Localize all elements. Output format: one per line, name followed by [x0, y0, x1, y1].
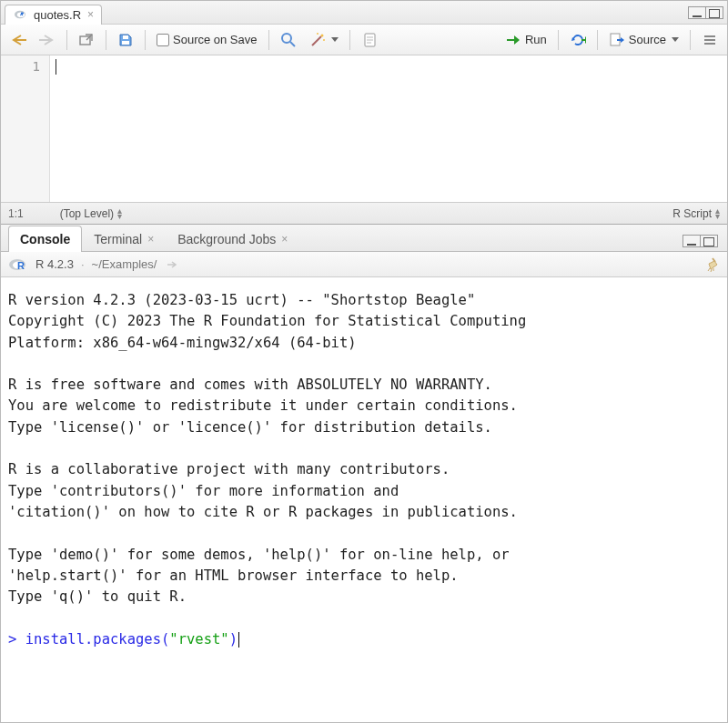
pane-window-controls: [689, 6, 727, 19]
arrow-left-icon: [10, 32, 26, 48]
run-arrow-icon: [505, 32, 521, 48]
source-label: Source: [629, 33, 666, 46]
tab-console-label: Console: [20, 232, 70, 246]
filetype-label: R Script: [672, 207, 712, 220]
console-pane: Console Terminal × Background Jobs × R R: [1, 225, 727, 722]
source-on-save-label: Source on Save: [173, 33, 258, 46]
cursor-position: 1:1: [8, 207, 24, 220]
source-tabstrip: quotes.R ×: [1, 1, 727, 25]
svg-text:R: R: [17, 260, 25, 271]
prompt-char: >: [8, 631, 16, 648]
save-button[interactable]: [114, 29, 137, 51]
outline-icon: [702, 32, 718, 48]
checkbox-icon: [157, 34, 169, 46]
svg-rect-4: [122, 41, 129, 45]
close-icon[interactable]: ×: [86, 8, 94, 21]
arrow-right-icon: [39, 32, 56, 48]
console-window-controls: [683, 235, 722, 247]
gutter-line-number: 1: [1, 59, 40, 74]
source-doc-icon: [609, 32, 625, 48]
source-pane: quotes.R ×: [1, 1, 727, 225]
console-tabstrip: Console Terminal × Background Jobs ×: [1, 225, 727, 252]
text-cursor: [238, 632, 239, 648]
tab-bgjobs-label: Background Jobs: [177, 232, 276, 246]
console-banner: R version 4.2.3 (2023-03-15 ucrt) -- "Sh…: [8, 292, 526, 605]
close-icon[interactable]: ×: [147, 233, 154, 246]
code-body[interactable]: [50, 55, 727, 202]
line-gutter: 1: [1, 55, 50, 202]
prompt-fn: install.packages: [25, 631, 161, 648]
source-script-button[interactable]: Source: [605, 29, 682, 51]
run-label: Run: [525, 33, 547, 46]
goto-dir-icon[interactable]: [164, 256, 180, 273]
rerun-icon: [570, 32, 586, 48]
clear-console-icon[interactable]: [703, 256, 720, 273]
svg-point-8: [323, 39, 325, 41]
tab-console[interactable]: Console: [8, 226, 82, 252]
working-directory[interactable]: ~/Examples/: [92, 257, 157, 271]
notebook-icon: [361, 32, 378, 48]
r-logo-icon: R: [8, 256, 28, 273]
find-replace-button[interactable]: [277, 29, 300, 51]
popup-window-icon: [78, 32, 95, 48]
tab-terminal-label: Terminal: [94, 232, 142, 246]
source-tab-quotes[interactable]: quotes.R ×: [5, 5, 102, 25]
rstudio-window: quotes.R ×: [0, 0, 728, 723]
maximize-pane-button[interactable]: [700, 235, 718, 247]
svg-point-5: [282, 34, 291, 43]
source-statusbar: 1:1 (Top Level) ▴▾ R Script ▴▾: [1, 202, 727, 224]
maximize-pane-button[interactable]: [705, 6, 723, 19]
nav-forward-button[interactable]: [35, 29, 59, 51]
r-version-label: R 4.2.3: [35, 257, 74, 271]
nav-back-button[interactable]: [6, 29, 30, 51]
prompt-arg: "rvest": [169, 631, 228, 648]
close-icon[interactable]: ×: [281, 233, 288, 246]
tab-background-jobs[interactable]: Background Jobs ×: [166, 226, 299, 252]
scope-selector[interactable]: (Top Level) ▴▾: [60, 207, 122, 220]
tab-terminal[interactable]: Terminal ×: [82, 226, 166, 252]
rerun-button[interactable]: [566, 29, 590, 51]
run-button[interactable]: Run: [501, 29, 551, 51]
svg-rect-3: [123, 35, 128, 39]
magic-wand-icon: [309, 32, 326, 48]
filetype-selector[interactable]: R Script ▴▾: [672, 207, 720, 220]
compile-report-button[interactable]: [358, 29, 381, 51]
chevron-down-icon: [331, 37, 339, 42]
r-file-icon: [13, 6, 29, 23]
source-tab-filename: quotes.R: [34, 8, 81, 22]
chevron-down-icon: [672, 37, 679, 42]
magnifier-icon: [280, 32, 297, 48]
code-tools-button[interactable]: [306, 29, 342, 51]
floppy-disk-icon: [117, 32, 134, 48]
code-editor[interactable]: 1: [1, 55, 727, 202]
source-on-save-checkbox[interactable]: Source on Save: [153, 29, 261, 51]
console-infobar: R R 4.2.3 · ~/Examples/: [1, 252, 727, 277]
show-in-new-window-button[interactable]: [75, 29, 98, 51]
minimize-pane-button[interactable]: [682, 235, 701, 247]
console-output[interactable]: R version 4.2.3 (2023-03-15 ucrt) -- "Sh…: [1, 277, 727, 722]
minimize-pane-button[interactable]: [688, 6, 706, 19]
outline-button[interactable]: [698, 29, 722, 51]
source-toolbar: Source on Save Run: [1, 25, 727, 55]
svg-point-7: [317, 33, 318, 35]
updown-icon: ▴▾: [117, 208, 122, 219]
updown-icon: ▴▾: [715, 208, 720, 219]
scope-label: (Top Level): [60, 207, 114, 220]
svg-point-6: [320, 34, 323, 36]
